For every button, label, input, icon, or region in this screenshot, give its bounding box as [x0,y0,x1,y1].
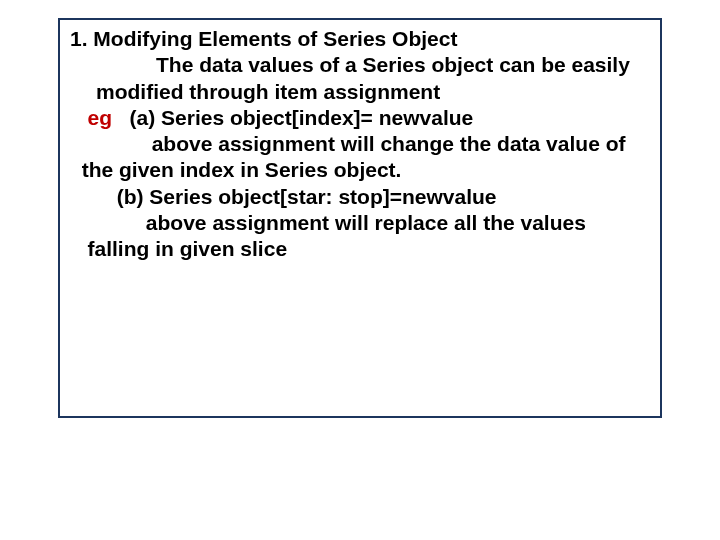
example-a: eg (a) Series object[index]= newvalue ab… [70,105,646,184]
example-a-line2: above assignment will change the data va… [152,132,626,155]
content-box: 1. Modifying Elements of Series Object T… [58,18,662,418]
example-a-line3: the given index in Series object. [82,158,402,181]
slide: 1. Modifying Elements of Series Object T… [0,0,720,540]
list-number: 1. [70,27,88,50]
example-b: (b) Series object[star: stop]=newvalue a… [70,184,646,263]
example-b-head: (b) Series object[star: stop]=newvalue [117,185,497,208]
heading-line2b: modified through item assignment [96,80,440,103]
heading-line2a: The data values of a Series object can b… [156,53,630,76]
heading-title: Modifying Elements of Series Object [93,27,457,50]
heading-paragraph: 1. Modifying Elements of Series Object T… [70,26,646,105]
example-b-line3: falling in given slice [88,237,288,260]
eg-label: eg [88,106,113,129]
example-b-line2: above assignment will replace all the va… [146,211,586,234]
example-a-head: (a) Series object[index]= newvalue [130,106,474,129]
